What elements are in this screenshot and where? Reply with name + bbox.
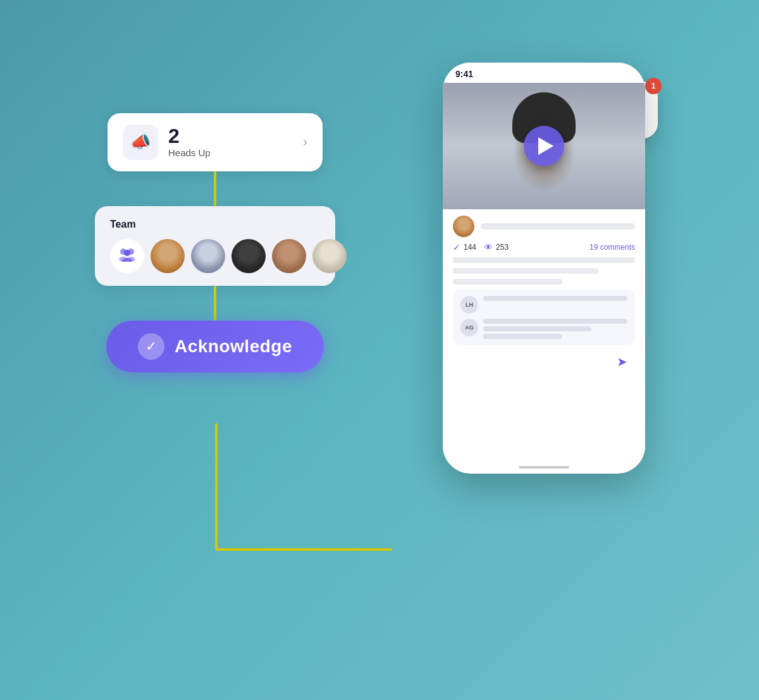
- send-icon[interactable]: ➤: [617, 354, 627, 369]
- play-button[interactable]: [524, 126, 564, 166]
- heads-up-info: 2 Heads Up: [168, 126, 211, 158]
- phone-content: ✓ 144 👁 253 19 comments: [443, 209, 645, 462]
- connector-bottom: [215, 423, 218, 550]
- play-triangle-icon: [538, 137, 553, 155]
- views-stat: 👁 253: [484, 242, 509, 252]
- comment-line-1a: [483, 296, 627, 301]
- avatar-5: [312, 239, 347, 273]
- status-bar: 9:41: [443, 63, 645, 83]
- comment-avatar-ag: AG: [460, 319, 478, 336]
- phone: 9:41 ✓: [443, 63, 645, 474]
- acknowledge-button[interactable]: ✓ Acknowledge: [106, 321, 324, 372]
- megaphone-icon-wrap: 📣: [123, 125, 158, 160]
- team-card: Team: [95, 206, 335, 286]
- chevron-right-icon: ›: [303, 134, 307, 150]
- avatar-1: [151, 239, 185, 273]
- comment-row-1: LH: [460, 296, 627, 314]
- comment-bubble-1: [483, 296, 627, 301]
- heads-up-card[interactable]: 📣 2 Heads Up ›: [108, 113, 323, 171]
- heads-up-count: 2: [168, 126, 211, 146]
- heads-up-left: 📣 2 Heads Up: [123, 125, 211, 160]
- status-time: 9:41: [455, 69, 473, 79]
- text-line-2: [453, 268, 598, 274]
- notification-count: 1: [645, 78, 662, 94]
- comment-section: LH AG: [453, 290, 635, 345]
- acknowledged-stat: ✓ 144: [453, 242, 476, 252]
- team-people-icon: [118, 247, 136, 266]
- team-label: Team: [110, 219, 320, 230]
- heads-up-label: Heads Up: [168, 147, 211, 158]
- comment-row-2: AG: [460, 319, 627, 339]
- team-icon-wrap: [110, 239, 144, 273]
- connector-v1: [214, 171, 216, 206]
- megaphone-icon: 📣: [130, 132, 151, 152]
- author-avatar: [453, 216, 474, 237]
- connector-v2: [214, 286, 216, 321]
- comment-bubble-2: [483, 319, 627, 339]
- video-thumbnail[interactable]: [443, 83, 645, 209]
- comment-line-2c: [483, 334, 562, 339]
- comment-initials-ag: AG: [465, 324, 474, 331]
- views-count: 253: [496, 243, 509, 252]
- acknowledged-count: 144: [464, 243, 476, 252]
- main-scene: 📣 2 Heads Up › Team: [95, 50, 664, 651]
- comment-initials-lh: LH: [466, 302, 473, 308]
- avatar-4: [272, 239, 306, 273]
- acknowledge-label: Acknowledge: [175, 336, 292, 357]
- svg-point-2: [124, 250, 130, 256]
- text-line-3: [453, 279, 562, 285]
- checkmark-icon: ✓: [145, 338, 157, 355]
- scroll-indicator: [519, 466, 569, 469]
- comment-line-2b: [483, 326, 591, 331]
- reply-bar: ➤: [453, 350, 635, 376]
- comment-avatar-lh: LH: [460, 296, 478, 314]
- check-stat-icon: ✓: [453, 242, 460, 252]
- eye-stat-icon: 👁: [484, 242, 493, 252]
- stats-row: ✓ 144 👁 253 19 comments: [453, 242, 635, 252]
- left-panel: 📣 2 Heads Up › Team: [95, 113, 335, 372]
- team-avatars: [110, 239, 320, 273]
- comments-link[interactable]: 19 comments: [589, 243, 635, 252]
- connector-horizontal: [215, 548, 392, 551]
- author-name-bar: [481, 223, 635, 230]
- check-circle: ✓: [138, 333, 164, 360]
- phone-wrapper: ✉ 1 9:41: [443, 63, 645, 474]
- avatar-3: [231, 239, 266, 273]
- comment-line-2a: [483, 319, 627, 324]
- text-line-1: [453, 257, 635, 263]
- author-row: [453, 216, 635, 237]
- avatar-2: [191, 239, 225, 273]
